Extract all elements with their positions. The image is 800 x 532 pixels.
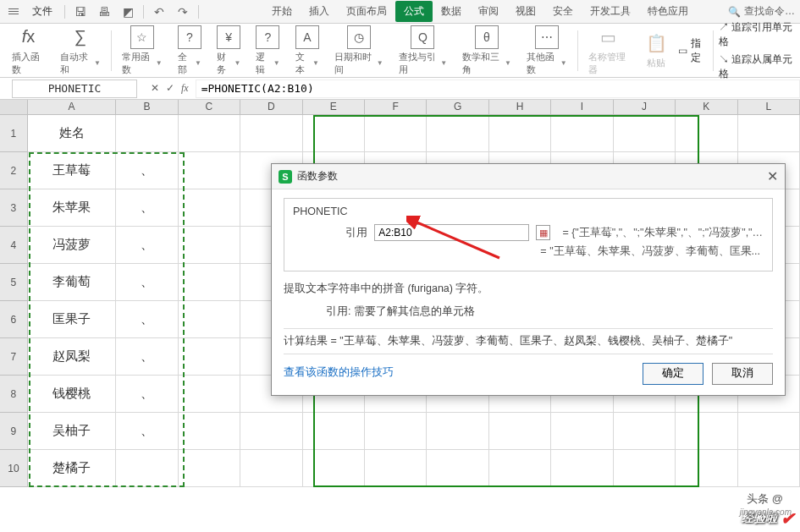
cell[interactable] [179, 227, 240, 264]
confirm-icon[interactable]: ✓ [166, 82, 174, 95]
cell[interactable] [738, 413, 800, 450]
row-header[interactable]: 9 [0, 413, 28, 450]
more-functions[interactable]: ⋯其他函数▼ [521, 25, 572, 76]
lookup-functions[interactable]: Q查找与引用▼ [394, 25, 453, 76]
col-header[interactable]: F [365, 100, 427, 114]
cell[interactable] [303, 115, 365, 152]
insert-function[interactable]: fx插入函数 [7, 25, 50, 76]
cell[interactable] [240, 413, 302, 450]
cell[interactable]: 、 [116, 189, 178, 227]
tab-review[interactable]: 审阅 [470, 1, 507, 22]
cell[interactable] [179, 189, 240, 227]
cell[interactable]: 匡果子 [28, 301, 116, 338]
ok-button[interactable]: 确定 [643, 363, 703, 385]
col-header[interactable]: C [179, 100, 240, 114]
cell[interactable] [116, 115, 178, 152]
col-header[interactable]: H [489, 100, 551, 114]
cell[interactable] [179, 152, 240, 189]
col-header[interactable]: G [427, 100, 488, 114]
cell[interactable] [614, 115, 676, 152]
row-header[interactable]: 4 [0, 227, 28, 264]
tab-devtools[interactable]: 开发工具 [582, 1, 639, 22]
cell[interactable] [489, 115, 551, 152]
arg-input[interactable] [374, 224, 529, 241]
cell[interactable]: 楚橘子 [28, 450, 116, 487]
formula-input[interactable] [196, 80, 800, 98]
row-header[interactable]: 7 [0, 338, 28, 376]
col-header[interactable]: B [116, 100, 178, 114]
row-header[interactable]: 5 [0, 264, 28, 301]
tab-special[interactable]: 特色应用 [639, 1, 697, 22]
cell[interactable] [179, 376, 240, 413]
cell[interactable]: 姓名 [28, 115, 116, 152]
col-header[interactable]: L [738, 100, 800, 114]
menu-icon[interactable] [5, 5, 22, 18]
cell[interactable]: 朱苹果 [28, 189, 116, 227]
cell[interactable] [179, 301, 240, 338]
help-link[interactable]: 查看该函数的操作技巧 [284, 365, 394, 380]
cell[interactable] [676, 413, 737, 450]
cell[interactable] [551, 450, 613, 487]
cell[interactable] [240, 450, 302, 487]
col-header[interactable]: D [240, 100, 302, 114]
redo-icon[interactable]: ↷ [173, 3, 193, 20]
row-header[interactable]: 6 [0, 301, 28, 338]
cell[interactable] [738, 450, 800, 487]
cell[interactable] [179, 115, 240, 152]
math-functions[interactable]: θ数学和三角▼ [457, 25, 516, 76]
cell[interactable]: 李葡萄 [28, 264, 116, 301]
preview-icon[interactable]: ◩ [118, 3, 138, 20]
cell[interactable]: 、 [116, 301, 178, 338]
row-header[interactable]: 8 [0, 376, 28, 413]
tab-insert[interactable]: 插入 [301, 1, 338, 22]
cell[interactable] [303, 450, 365, 487]
row-header[interactable]: 2 [0, 152, 28, 189]
tab-formula[interactable]: 公式 [395, 1, 433, 22]
print-icon[interactable]: 🖶 [94, 3, 114, 20]
cancel-button[interactable]: 取消 [712, 363, 773, 385]
cell[interactable] [676, 450, 737, 487]
tab-security[interactable]: 安全 [544, 1, 582, 22]
save-icon[interactable]: 🖫 [70, 3, 91, 20]
finance-functions[interactable]: ¥财务▼ [212, 25, 246, 76]
autosum[interactable]: ∑自动求和▼ [55, 25, 106, 76]
cell[interactable] [614, 450, 676, 487]
file-menu[interactable]: 文件 [25, 3, 59, 20]
cell[interactable] [365, 450, 427, 487]
fx-icon[interactable]: fx [181, 82, 189, 95]
logic-functions[interactable]: ?逻辑▼ [251, 25, 284, 76]
text-functions[interactable]: A文本▼ [290, 25, 324, 76]
cell[interactable] [551, 115, 613, 152]
datetime-functions[interactable]: ◷日期和时间▼ [329, 25, 389, 76]
cell[interactable]: 赵凤梨 [28, 338, 116, 376]
cell[interactable] [116, 450, 178, 487]
all-functions[interactable]: ?全部▼ [173, 25, 207, 76]
select-all-corner[interactable] [0, 100, 28, 114]
col-header[interactable]: A [28, 100, 116, 114]
tab-view[interactable]: 视图 [507, 1, 544, 22]
cell[interactable]: 、 [116, 264, 178, 301]
cell[interactable] [427, 413, 488, 450]
cell[interactable] [179, 264, 240, 301]
cell[interactable] [427, 450, 488, 487]
cancel-icon[interactable]: ✕ [151, 82, 159, 95]
cell[interactable] [365, 413, 427, 450]
cell[interactable] [427, 115, 488, 152]
cell[interactable] [240, 115, 302, 152]
tab-layout[interactable]: 页面布局 [338, 1, 395, 22]
cell[interactable]: 、 [116, 227, 178, 264]
cell[interactable] [179, 450, 240, 487]
row-header[interactable]: 3 [0, 189, 28, 227]
name-box[interactable]: PHONETIC [12, 80, 137, 98]
cell[interactable] [179, 338, 240, 376]
cell[interactable]: 、 [116, 376, 178, 413]
cell[interactable]: 、 [116, 338, 178, 376]
col-header[interactable]: I [551, 100, 613, 114]
range-picker-icon[interactable]: ▦ [536, 225, 550, 240]
col-header[interactable]: K [676, 100, 737, 114]
search-command[interactable]: 🔍 查找命令… [728, 4, 795, 19]
cell[interactable] [551, 413, 613, 450]
row-header[interactable]: 10 [0, 450, 28, 487]
cell[interactable] [489, 413, 551, 450]
cell[interactable] [489, 450, 551, 487]
